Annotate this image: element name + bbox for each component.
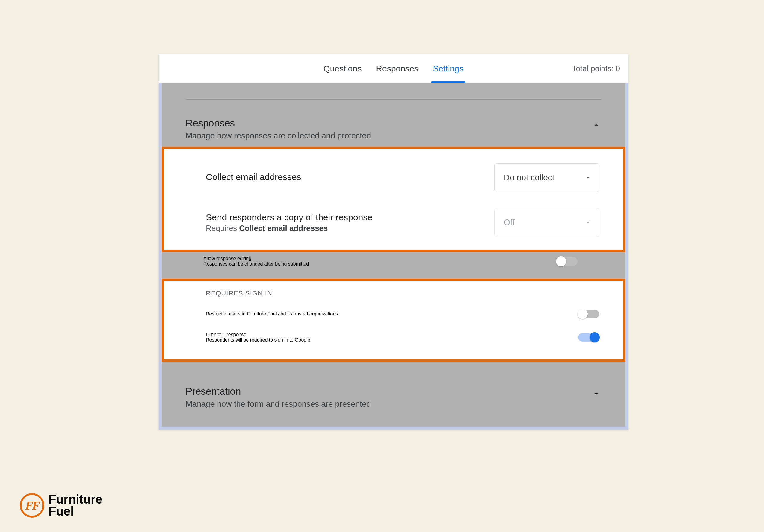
top-bar: Questions Responses Settings Total point…: [159, 54, 629, 83]
collect-email-label: Collect email addresses: [206, 172, 301, 182]
tabs: Questions Responses Settings: [323, 55, 464, 82]
brand-logo: FF FurnitureFuel: [20, 493, 102, 518]
restrict-label: Restrict to users in Furniture Fuel and …: [206, 311, 338, 317]
limit-label: Limit to 1 response: [206, 332, 311, 337]
restrict-toggle[interactable]: [578, 310, 599, 318]
send-copy-requires: Requires Collect email addresses: [206, 224, 373, 233]
total-points: Total points: 0: [572, 64, 620, 73]
responses-subtitle: Manage how responses are collected and p…: [186, 131, 371, 141]
settings-window: Questions Responses Settings Total point…: [159, 54, 629, 430]
responses-title: Responses: [186, 117, 371, 129]
chevron-up-icon[interactable]: [591, 120, 602, 131]
highlight-email-settings: Collect email addresses Do not collect S…: [162, 147, 626, 252]
requires-signin-header: REQUIRES SIGN IN: [206, 290, 599, 297]
presentation-title: Presentation: [186, 386, 371, 397]
presentation-section-header[interactable]: Presentation Manage how the form and res…: [186, 365, 602, 409]
settings-panel: Responses Manage how responses are colle…: [162, 83, 626, 427]
limit-row: Limit to 1 response Respondents will be …: [206, 322, 599, 346]
send-copy-label: Send responders a copy of their response: [206, 212, 373, 222]
tab-questions[interactable]: Questions: [323, 55, 362, 82]
highlight-signin-settings: REQUIRES SIGN IN Restrict to users in Fu…: [162, 279, 626, 362]
content-area: Responses Manage how responses are colle…: [159, 83, 629, 430]
restrict-row: Restrict to users in Furniture Fuel and …: [206, 306, 599, 322]
send-copy-row: Send responders a copy of their response…: [206, 196, 599, 241]
limit-sub: Respondents will be required to sign in …: [206, 337, 311, 343]
tab-responses[interactable]: Responses: [376, 55, 419, 82]
send-copy-value: Off: [504, 218, 515, 227]
presentation-subtitle: Manage how the form and responses are pr…: [186, 400, 371, 409]
brand-name: FurnitureFuel: [49, 493, 102, 517]
allow-edit-sub: Responses can be changed after being sub…: [204, 261, 557, 267]
allow-edit-row: Allow response editing Responses can be …: [162, 255, 602, 273]
responses-section-header[interactable]: Responses Manage how responses are colle…: [186, 117, 602, 147]
collect-email-dropdown[interactable]: Do not collect: [494, 163, 599, 192]
tab-settings[interactable]: Settings: [433, 55, 464, 82]
allow-edit-label: Allow response editing: [204, 256, 557, 261]
collect-email-value: Do not collect: [504, 173, 554, 183]
limit-toggle[interactable]: [578, 333, 599, 341]
brand-badge-icon: FF: [20, 493, 44, 518]
send-copy-dropdown: Off: [494, 208, 599, 237]
allow-edit-toggle[interactable]: [557, 257, 578, 266]
collect-email-row: Collect email addresses Do not collect: [206, 159, 599, 196]
chevron-down-icon[interactable]: [591, 388, 602, 399]
caret-down-icon: [584, 219, 592, 226]
caret-down-icon: [584, 174, 592, 181]
